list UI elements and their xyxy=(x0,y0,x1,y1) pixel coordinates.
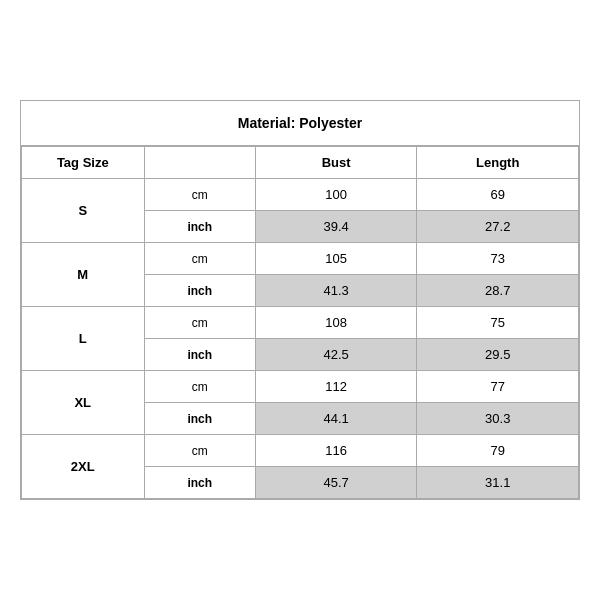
table-row: Mcm10573 xyxy=(22,243,579,275)
header-tag-size: Tag Size xyxy=(22,147,145,179)
table-row: XLcm11277 xyxy=(22,371,579,403)
inch-length: 31.1 xyxy=(417,467,579,499)
chart-title: Material: Polyester xyxy=(21,101,579,146)
inch-bust: 42.5 xyxy=(255,339,417,371)
cm-bust: 112 xyxy=(255,371,417,403)
inch-length: 27.2 xyxy=(417,211,579,243)
tag-size-cell: XL xyxy=(22,371,145,435)
tag-size-cell: 2XL xyxy=(22,435,145,499)
tag-size-cell: L xyxy=(22,307,145,371)
inch-bust: 39.4 xyxy=(255,211,417,243)
cm-length: 77 xyxy=(417,371,579,403)
table-row: Lcm10875 xyxy=(22,307,579,339)
unit-inch: inch xyxy=(144,339,255,371)
inch-bust: 44.1 xyxy=(255,403,417,435)
cm-bust: 105 xyxy=(255,243,417,275)
cm-length: 79 xyxy=(417,435,579,467)
cm-bust: 108 xyxy=(255,307,417,339)
cm-length: 75 xyxy=(417,307,579,339)
unit-cm: cm xyxy=(144,435,255,467)
header-unit xyxy=(144,147,255,179)
header-length: Length xyxy=(417,147,579,179)
cm-length: 73 xyxy=(417,243,579,275)
unit-inch: inch xyxy=(144,403,255,435)
inch-bust: 45.7 xyxy=(255,467,417,499)
tag-size-cell: M xyxy=(22,243,145,307)
size-table: Tag Size Bust Length Scm10069inch39.427.… xyxy=(21,146,579,499)
unit-cm: cm xyxy=(144,371,255,403)
inch-bust: 41.3 xyxy=(255,275,417,307)
inch-length: 29.5 xyxy=(417,339,579,371)
tag-size-cell: S xyxy=(22,179,145,243)
cm-length: 69 xyxy=(417,179,579,211)
table-row: Scm10069 xyxy=(22,179,579,211)
unit-cm: cm xyxy=(144,307,255,339)
inch-length: 28.7 xyxy=(417,275,579,307)
table-row: 2XLcm11679 xyxy=(22,435,579,467)
cm-bust: 116 xyxy=(255,435,417,467)
size-chart-container: Material: Polyester Tag Size Bust Length… xyxy=(20,100,580,500)
cm-bust: 100 xyxy=(255,179,417,211)
header-bust: Bust xyxy=(255,147,417,179)
unit-cm: cm xyxy=(144,179,255,211)
unit-cm: cm xyxy=(144,243,255,275)
inch-length: 30.3 xyxy=(417,403,579,435)
unit-inch: inch xyxy=(144,275,255,307)
unit-inch: inch xyxy=(144,211,255,243)
unit-inch: inch xyxy=(144,467,255,499)
